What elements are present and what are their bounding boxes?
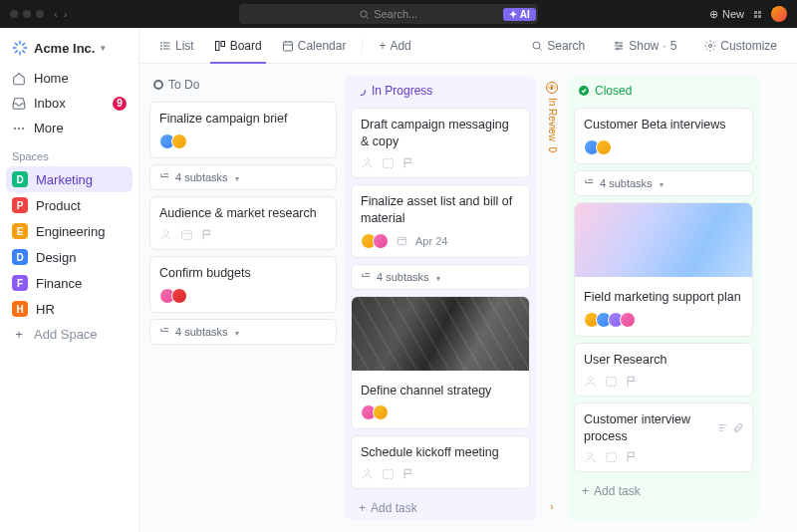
back-icon[interactable]: ‹ [54, 8, 58, 20]
flag-icon[interactable] [626, 375, 639, 388]
svg-rect-41 [607, 453, 617, 462]
svg-point-0 [361, 10, 367, 16]
customize-button[interactable]: Customize [696, 39, 785, 53]
space-label: Engineering [36, 224, 105, 239]
space-badge: P [12, 197, 28, 213]
status-closed-icon [578, 85, 590, 97]
search-button[interactable]: Search [523, 39, 593, 53]
task-card[interactable]: Draft campaign messaging & copy [351, 108, 530, 178]
space-item-engineering[interactable]: EEngineering [6, 218, 133, 244]
space-item-product[interactable]: PProduct [6, 192, 133, 218]
subtask-toggle[interactable]: 4 subtasks [351, 264, 530, 290]
column-header[interactable]: Closed [574, 82, 753, 102]
assignee-icon[interactable] [159, 228, 172, 241]
flag-icon[interactable] [626, 450, 639, 463]
spaces-heading: Spaces [6, 140, 133, 166]
add-space-button[interactable]: + Add Space [6, 322, 133, 347]
global-search[interactable]: Search... ✦ AI [239, 4, 538, 24]
svg-point-23 [709, 44, 712, 47]
svg-point-8 [161, 45, 162, 46]
date-icon[interactable] [605, 375, 618, 388]
view-add[interactable]: + Add [371, 28, 418, 63]
task-title: Field marketing support plan [584, 289, 743, 306]
task-card[interactable]: Confirm budgets [149, 256, 337, 313]
date-icon[interactable] [605, 450, 618, 463]
svg-point-35 [588, 377, 592, 381]
task-card[interactable]: User Research [574, 343, 753, 397]
date-icon[interactable] [382, 156, 395, 169]
task-card[interactable]: Schedule kickoff meeting [351, 435, 530, 489]
task-card[interactable]: Customer interview process [574, 402, 753, 473]
svg-point-28 [365, 158, 369, 162]
view-bar: List Board Calendar + Add Search [139, 28, 797, 64]
assignee-icon[interactable] [584, 375, 597, 388]
subtask-toggle[interactable]: 4 subtasks [574, 170, 753, 196]
task-card[interactable]: Define channel strategy [351, 296, 530, 430]
search-placeholder: Search... [374, 8, 417, 20]
show-button[interactable]: Show · 5 [605, 39, 684, 53]
inbox-badge: 9 [113, 97, 127, 111]
ai-badge[interactable]: ✦ AI [503, 8, 535, 21]
space-label: HR [36, 302, 55, 317]
svg-point-3 [23, 128, 24, 129]
add-task-button[interactable]: +Add task [574, 478, 753, 504]
add-task-button[interactable]: +Add task [351, 495, 530, 521]
column-header[interactable]: In Progress [351, 82, 530, 102]
svg-rect-25 [182, 230, 192, 239]
sidebar: Acme Inc. ▾ Home Inbox 9 More Spaces DMa… [0, 28, 139, 532]
flag-icon[interactable] [402, 156, 415, 169]
workspace-name: Acme Inc. [34, 41, 95, 56]
user-avatar[interactable] [771, 6, 787, 22]
assignee-icon[interactable] [361, 156, 374, 169]
space-item-marketing[interactable]: DMarketing [6, 166, 133, 192]
apps-icon[interactable] [754, 11, 761, 18]
main-content: List Board Calendar + Add Search [139, 28, 797, 532]
nav-label: More [34, 121, 64, 135]
date-icon[interactable] [382, 467, 395, 480]
chevron-down-icon: ▾ [101, 43, 106, 53]
space-label: Finance [36, 276, 82, 291]
task-card[interactable]: Customer Beta interviews [574, 108, 753, 164]
column-closed: Closed Customer Beta interviews 4 subtas… [568, 76, 759, 520]
svg-point-40 [588, 453, 592, 457]
view-tab-list[interactable]: List [151, 28, 202, 63]
plus-icon: + [359, 501, 366, 515]
assignee-icon[interactable] [361, 467, 374, 480]
new-button[interactable]: ⊕ New [709, 8, 744, 21]
space-item-finance[interactable]: FFinance [6, 270, 133, 296]
nav-home[interactable]: Home [6, 66, 133, 91]
description-icon [717, 422, 728, 433]
flag-icon[interactable] [402, 467, 415, 480]
space-label: Design [36, 250, 76, 265]
column-header[interactable]: To Do [149, 76, 337, 96]
subtask-toggle[interactable]: 4 subtasks [149, 319, 337, 345]
task-card[interactable]: Field marketing support plan [574, 202, 753, 337]
svg-point-32 [365, 469, 369, 473]
task-card[interactable]: Finalize campaign brief [149, 102, 337, 158]
task-title: Confirm budgets [159, 265, 327, 282]
svg-point-1 [14, 128, 15, 129]
flag-icon[interactable] [201, 228, 214, 241]
date-icon[interactable] [180, 228, 193, 241]
view-tab-calendar[interactable]: Calendar [274, 28, 355, 63]
view-tab-board[interactable]: Board [206, 28, 270, 63]
assignee-icon[interactable] [584, 450, 597, 463]
svg-point-21 [620, 45, 622, 47]
column-in-review-collapsed[interactable]: 👁 In Review 0 › [544, 76, 560, 520]
forward-icon[interactable]: › [64, 8, 68, 20]
svg-point-27 [357, 87, 366, 96]
subtask-toggle[interactable]: 4 subtasks [149, 164, 337, 190]
space-item-hr[interactable]: HHR [6, 296, 133, 322]
nav-inbox[interactable]: Inbox 9 [6, 91, 133, 116]
workspace-switcher[interactable]: Acme Inc. ▾ [6, 36, 133, 66]
space-item-design[interactable]: DDesign [6, 244, 133, 270]
task-title: Customer Beta interviews [584, 117, 743, 133]
svg-rect-11 [221, 41, 225, 46]
svg-rect-29 [384, 158, 394, 167]
nav-more[interactable]: More [6, 116, 133, 140]
task-card[interactable]: Audience & market research [149, 196, 337, 250]
subtask-icon [361, 271, 372, 282]
plus-icon: + [12, 327, 26, 342]
task-cover-image [575, 203, 752, 277]
task-card[interactable]: Finalize asset list and bill of material… [351, 184, 530, 258]
